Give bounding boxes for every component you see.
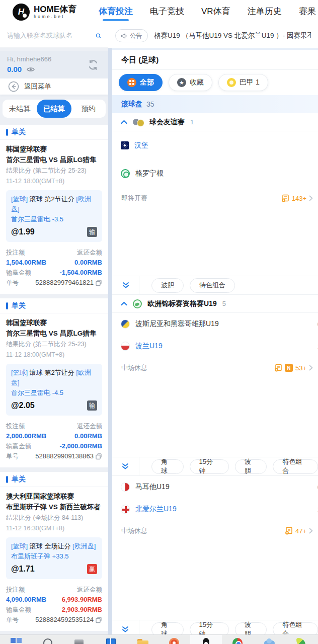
sport-tag: [篮球] [11, 195, 28, 203]
result-score: 结果比分 (全场比分 84-113) [6, 513, 102, 523]
tab-settled[interactable]: 已结算 [37, 100, 71, 118]
bet-card: 单关 韩国篮球联赛 首尔三星雷电 VS 昌原LG猎隼 结果比分 (第二节比分 2… [0, 125, 108, 294]
odds-type-tag: [欧洲盘] [72, 542, 96, 550]
bet-card: 单关 韩国篮球联赛 首尔三星雷电 VS 昌原LG猎隼 结果比分 (第二节比分 2… [0, 298, 108, 467]
nav-results[interactable]: 赛果 [299, 1, 316, 23]
return-value: 0.00RMB [74, 431, 102, 441]
group-count: 5 [222, 300, 226, 307]
bosnia-flag-icon [121, 319, 130, 329]
search-icon[interactable] [96, 31, 101, 40]
live-betting-band[interactable]: 滚球盘 35 [112, 95, 318, 113]
team-row[interactable]: 马耳他U19 0 [112, 476, 318, 498]
market-chip-specials[interactable]: 特色组合 [273, 459, 318, 474]
market-name: 滚球 第2节让分 [30, 369, 74, 376]
logo-title: HOME体育 [34, 5, 76, 14]
bet-footer: 投注额返还金额 4,090.00RMB6,993.90RMB 输赢金额2,903… [0, 584, 108, 631]
stake-label: 投注额 [6, 585, 25, 595]
tab-unsettled[interactable]: 未结算 [3, 104, 37, 114]
match-time: 11-12 18:00(GMT+8) [6, 176, 102, 187]
team-row[interactable]: 格罗宁根 [112, 159, 318, 188]
main-content: 公告 格赛U19 （马耳他U19 VS 北爱尔兰U19 ）- 因赛果不明确，赛果… [108, 24, 318, 644]
taskbar-window-app[interactable] [95, 635, 127, 644]
group-header-euro-u19[interactable]: 欧洲锦标赛资格赛U19 5 [112, 295, 318, 313]
team-row[interactable]: 波斯尼亚和黑塞哥维那U19 0 [112, 313, 318, 335]
market-chip-correct-score[interactable]: 波胆 [151, 278, 184, 293]
nav-sports-betting[interactable]: 体育投注 [99, 1, 133, 23]
bet-card-list: 单关 韩国篮球联赛 首尔三星雷电 VS 昌原LG猎隼 结果比分 (第二节比分 2… [0, 125, 108, 644]
outcome-badge: 输 [87, 227, 97, 237]
filter-favorites[interactable]: ★ 收藏 [169, 74, 212, 91]
search-icon [42, 637, 54, 644]
bet-footer: 投注额返还金额 1,504.00RMB0.00RMB 输赢金额-1,504.00… [0, 247, 108, 294]
bet-type-label: 单关 [12, 475, 26, 484]
odds-value: @1.71 [11, 565, 35, 574]
n-badge-icon: N [285, 364, 293, 372]
back-to-menu[interactable]: 返回菜单 [0, 78, 108, 95]
refresh-icon[interactable] [86, 58, 100, 72]
market-chip-correct-score[interactable]: 波胆 [235, 459, 267, 474]
filter-all[interactable]: 全部 [119, 74, 163, 91]
ticket-number: 5288829909138863 [35, 451, 94, 461]
away-team-name: 波兰U19 [135, 342, 163, 351]
taskbar-start-button[interactable] [0, 635, 32, 644]
team-row[interactable]: 波兰U19 1 [112, 335, 318, 357]
market-name: 滚球 全场让分 [30, 542, 71, 550]
bet-footer: 投注额返还金额 2,000.00RMB0.00RMB 输赢金额-2,000.00… [0, 420, 108, 467]
ticket-label: 单号 [6, 278, 19, 288]
stake-label: 投注额 [6, 248, 25, 258]
outcome-badge: 输 [87, 400, 97, 411]
result-score: 结果比分 (第二节比分 25-23) [6, 166, 102, 176]
chevron-right-icon [309, 365, 313, 371]
team-row[interactable]: 北爱尔兰U19 1 [112, 498, 318, 520]
taskbar-chrome[interactable] [222, 635, 254, 644]
chrome-icon [232, 637, 244, 644]
taskbar-file-explorer[interactable] [127, 635, 158, 644]
odds-area-placeholder [112, 541, 318, 620]
market-chip-specials[interactable]: 特色组合 [190, 278, 235, 293]
taskbar-search-button[interactable] [32, 635, 63, 644]
os-taskbar [0, 634, 318, 644]
match-time: 11-12 16:30(GMT+8) [6, 523, 102, 534]
winloss-value: 2,903.90RMB [62, 605, 102, 615]
more-markets[interactable]: N 53+ [274, 364, 313, 372]
outcome-badge: 赢 [87, 564, 97, 574]
tab-reserved[interactable]: 预约 [71, 104, 106, 114]
filter-chips: 全部 ★ 收藏 巴甲 1 [112, 70, 318, 95]
expand-markets-button[interactable] [112, 457, 139, 475]
search-input[interactable] [7, 32, 96, 39]
market-chip-15min[interactable]: 15分钟 [190, 459, 229, 474]
nav-bet-history[interactable]: 注单历史 [248, 1, 282, 23]
expand-markets-button[interactable] [112, 276, 139, 294]
announcement-badge: 公告 [130, 32, 142, 40]
bet-type-label: 单关 [12, 301, 26, 310]
market-chip-corners[interactable]: 角球 [151, 459, 184, 474]
announcement-text[interactable]: 格赛U19 （马耳他U19 VS 北爱尔兰U19 ）- 因赛果不明确，赛果将 [154, 31, 311, 40]
copy-icon[interactable] [96, 280, 102, 286]
taskbar-cloud-app[interactable] [254, 635, 285, 644]
eye-icon[interactable] [27, 66, 35, 72]
more-markets[interactable]: 47+ [285, 527, 313, 535]
more-markets[interactable]: 143+ [281, 194, 313, 202]
return-value: 6,993.90RMB [62, 595, 102, 605]
stake-value: 1,504.00RMB [6, 258, 46, 268]
match-panel: 今日 (足球) 全部 ★ 收藏 巴甲 1 [112, 50, 318, 644]
nav-esports[interactable]: 电子竞技 [150, 1, 184, 23]
bet-card: 单关 澳大利亚国家篮球联赛 布里斯班子弹 VS 新西兰破坏者 结果比分 (全场比… [0, 472, 108, 631]
selection-box: [篮球] 滚球 全场让分 [欧洲盘] 布里斯班子弹 +33.5 @1.71赢 [6, 537, 102, 579]
accent-bar [6, 302, 8, 309]
filter-league-baja[interactable]: 巴甲 1 [218, 74, 268, 91]
taskbar-green-app[interactable] [285, 635, 317, 644]
taskbar-task-view-button[interactable] [63, 635, 95, 644]
scrollbar-track[interactable] [108, 48, 112, 644]
all-sports-icon [127, 78, 136, 87]
announcement-pill[interactable]: 公告 [115, 29, 148, 42]
copy-icon[interactable] [96, 617, 102, 623]
nav-vr-sports[interactable]: VR体育 [201, 1, 230, 23]
selection-pick: 布里斯班子弹 +33.5 [11, 551, 97, 561]
group-header-friendly[interactable]: 球会友谊赛 1 [112, 113, 318, 131]
team-row[interactable]: 汉堡 [112, 131, 318, 159]
copy-icon[interactable] [96, 453, 102, 460]
site-logo[interactable]: H HOME体育 home.bet [13, 4, 76, 21]
taskbar-qq-app[interactable] [190, 635, 222, 644]
taskbar-office-app[interactable] [158, 635, 190, 644]
